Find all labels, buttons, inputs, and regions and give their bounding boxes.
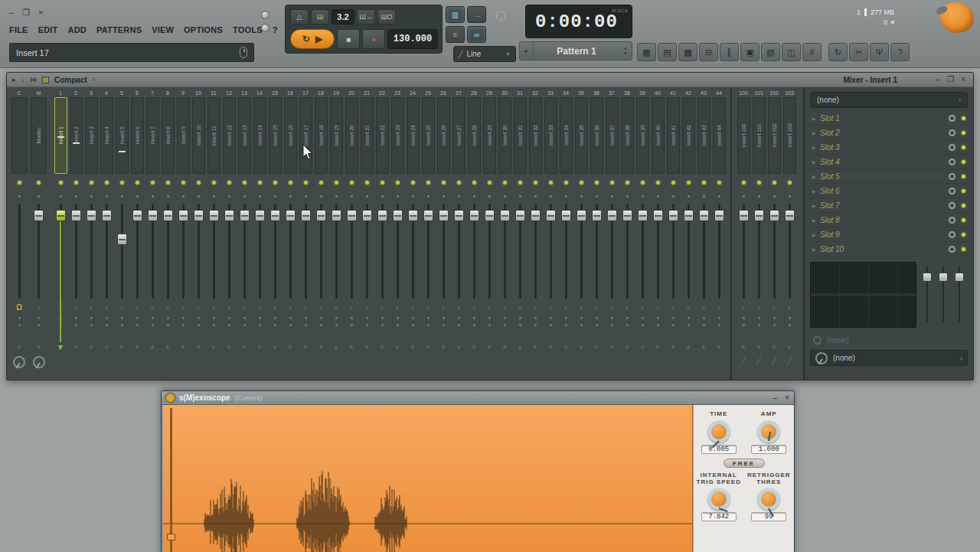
route-arrow-icon[interactable]: ∧ — [625, 342, 629, 354]
fader-handle[interactable] — [102, 210, 112, 221]
volume-fader[interactable] — [782, 201, 797, 301]
route-arrow-icon[interactable]: ∧ — [701, 342, 706, 354]
slot-enable-icon[interactable] — [949, 158, 956, 165]
channel-label[interactable]: Insert 9 — [177, 97, 190, 174]
mixer-channel-strip-19[interactable]: 19Insert 19▲∧ — [328, 89, 344, 380]
fx-slot-6[interactable]: ▶Slot 6 — [810, 184, 968, 198]
mixer-link-icon[interactable]: ⋈ — [30, 76, 37, 83]
route-arrow-icon[interactable]: ∧ — [456, 342, 461, 354]
channel-label[interactable]: Insert 13 — [238, 97, 251, 174]
tap-tempo-icon[interactable]: △ — [290, 9, 309, 24]
fader-handle[interactable] — [454, 210, 464, 221]
record-audio-icon[interactable]: Ψ — [870, 43, 889, 61]
pattern-name[interactable]: Pattern 1 — [534, 46, 619, 57]
plugin-titlebar[interactable]: s(M)exoscope (Current) – × — [162, 391, 794, 405]
volume-fader[interactable] — [497, 201, 512, 301]
fader-handle[interactable] — [240, 210, 250, 221]
channel-label[interactable]: Insert 22 — [376, 97, 389, 174]
mixer-channel-strip-10[interactable]: 10Insert 10▲∧ — [191, 89, 206, 380]
volume-fader[interactable] — [160, 201, 175, 301]
pattern-steppers[interactable]: ▲▼ — [619, 46, 632, 56]
volume-fader[interactable] — [589, 201, 604, 301]
toggle-plugin-picker[interactable]: ▧ — [761, 43, 780, 61]
slot-arrow-icon[interactable]: ▶ — [812, 247, 820, 252]
slot-mix-led-icon[interactable] — [962, 175, 965, 178]
fader-handle[interactable] — [332, 210, 341, 221]
volume-fader[interactable] — [558, 201, 573, 301]
route-arrow-icon[interactable]: ∧ — [594, 342, 599, 354]
mute-led[interactable] — [641, 174, 645, 191]
mute-led[interactable] — [687, 174, 691, 191]
menu-item-file[interactable]: FILE — [9, 25, 28, 34]
volume-fader[interactable] — [543, 201, 558, 301]
mute-led[interactable] — [304, 174, 308, 191]
mute-led[interactable] — [181, 174, 185, 191]
mixer-channel-strip-C[interactable]: CΩ∧ — [10, 89, 28, 380]
headphones-icon[interactable]: Ω — [16, 301, 22, 313]
mixer-channel-strip-23[interactable]: 23Insert 23▲∧ — [390, 89, 405, 380]
mute-led[interactable] — [442, 174, 446, 191]
slot-enable-icon[interactable] — [949, 115, 956, 122]
fader-handle[interactable] — [785, 210, 795, 221]
fader-handle[interactable] — [362, 210, 372, 221]
mixer-channel-strip-38[interactable]: 38Insert 38▲∧ — [619, 89, 635, 380]
route-arrow-icon[interactable]: ∧ — [165, 342, 170, 354]
route-arrow-icon[interactable]: ∧ — [227, 342, 231, 354]
slot-enable-icon[interactable] — [949, 202, 956, 209]
gear-icon[interactable] — [166, 394, 175, 402]
toggle-browser[interactable]: ⊟ — [699, 43, 718, 61]
toolbar-grip[interactable] — [257, 6, 273, 63]
eq-display[interactable] — [810, 262, 916, 328]
channel-label[interactable]: Insert 15 — [269, 97, 282, 174]
mute-led[interactable] — [18, 174, 21, 191]
minimize-icon[interactable]: – — [773, 394, 778, 402]
route-arrow-icon[interactable]: ∧ — [579, 342, 583, 354]
volume-fader[interactable] — [267, 201, 283, 301]
fader-handle[interactable] — [34, 210, 44, 221]
song-mode-button[interactable]: → — [467, 6, 486, 23]
volume-fader[interactable] — [237, 201, 252, 301]
mute-led[interactable] — [90, 174, 93, 191]
channel-label[interactable]: Insert 29 — [483, 97, 496, 174]
channel-label[interactable]: Insert 101 — [753, 97, 766, 174]
mixer-detach-icon[interactable]: ↓ — [21, 76, 25, 83]
slot-arrow-icon[interactable]: ▶ — [812, 145, 820, 150]
toggle-touch-keyboard[interactable]: # — [802, 43, 822, 61]
volume-fader[interactable] — [420, 201, 436, 301]
fader-handle[interactable] — [301, 210, 311, 221]
channel-label[interactable]: Insert 27 — [452, 97, 466, 174]
mute-led[interactable] — [350, 174, 354, 191]
fx-output-selector[interactable]: (none) › — [810, 350, 968, 366]
mute-led[interactable] — [717, 174, 721, 191]
time-knob[interactable] — [708, 421, 730, 443]
channel-label[interactable]: Insert 17 — [299, 97, 312, 174]
mixer-channel-strip-31[interactable]: 31Insert 31▲∧ — [512, 89, 528, 380]
channel-label[interactable]: Insert 103 — [783, 97, 796, 174]
volume-fader[interactable] — [252, 201, 267, 301]
fx-slot-5[interactable]: ▶Slot 5 — [810, 169, 968, 184]
volume-fader[interactable] — [650, 201, 665, 301]
mute-led[interactable] — [626, 174, 629, 191]
typing-keyboard-button[interactable]: ≡ — [446, 26, 465, 43]
volume-fader[interactable] — [68, 201, 83, 301]
mixer-channel-strip-29[interactable]: 29Insert 29▲∧ — [482, 89, 497, 380]
mute-led[interactable] — [411, 174, 415, 191]
mixer-channel-strip-11[interactable]: 11Insert 11▲∧ — [206, 89, 221, 380]
slot-enable-icon[interactable] — [949, 246, 956, 253]
menu-item-patterns[interactable]: PATTERNS — [96, 25, 142, 34]
mixer-channel-strip-8[interactable]: 8Insert 8▲∧ — [160, 89, 175, 380]
route-arrow-icon[interactable]: ∧ — [181, 342, 185, 354]
mixer-channel-strip-17[interactable]: 17Insert 17▲∧ — [298, 89, 313, 380]
fader-handle[interactable] — [754, 210, 764, 221]
cut-icon[interactable]: ✂ — [849, 43, 868, 61]
mixer-channel-strip-7[interactable]: 7Insert 7▲∧ — [145, 89, 160, 380]
mute-led[interactable] — [396, 174, 400, 191]
volume-fader[interactable] — [751, 201, 766, 301]
mixer-channel-strip-39[interactable]: 39Insert 39▲∧ — [635, 89, 650, 380]
help-icon[interactable]: ? — [890, 43, 910, 61]
mixer-channel-strip-2[interactable]: 2Insert 2▲∧ — [68, 89, 83, 380]
volume-fader[interactable] — [344, 201, 359, 301]
slot-enable-icon[interactable] — [949, 231, 956, 238]
mute-led[interactable] — [595, 174, 599, 191]
volume-fader[interactable] — [191, 201, 206, 301]
